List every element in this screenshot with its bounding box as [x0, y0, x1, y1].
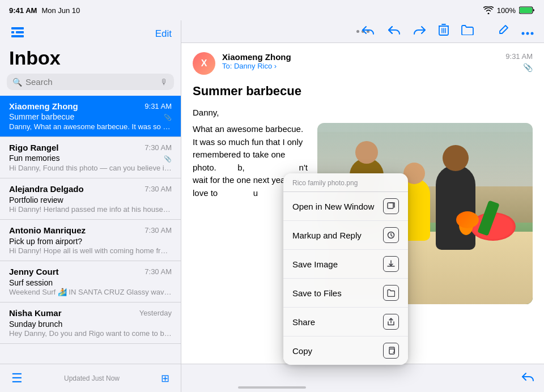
search-icon: 🔍 — [12, 78, 22, 87]
email-preview-5: Weekend Surf 🏄 IN SANTA CRUZ Glassy wave… — [9, 288, 172, 296]
email-subject-1: Summer barbecue — [9, 112, 74, 121]
dot1 — [356, 30, 359, 33]
email-preview-1: Danny, What an awesome barbecue. It was … — [9, 122, 172, 131]
wifi-icon — [483, 6, 494, 14]
status-icons: 100% — [483, 6, 535, 15]
context-filename: Rico family photo.png — [283, 173, 408, 192]
share-icon — [383, 314, 399, 330]
email-preview-6: Hey Danny, Do you and Rigo want to come … — [9, 329, 172, 338]
reply-button[interactable] — [360, 23, 375, 40]
svg-point-8 — [526, 32, 529, 35]
email-to: To: Danny Rico › — [222, 62, 499, 70]
trash-button[interactable] — [437, 23, 450, 40]
email-time-5: 7:30 AM — [144, 267, 172, 276]
folder-button[interactable] — [460, 24, 475, 39]
email-sender-1: Xiaomeng Zhong — [9, 101, 78, 111]
email-time-2: 7:30 AM — [144, 143, 172, 152]
panel-topbar — [181, 20, 544, 43]
svg-rect-10 — [388, 203, 393, 208]
context-item-label-5: Share — [292, 317, 315, 327]
email-attachment-flag: 📎 — [523, 63, 533, 72]
compose-button[interactable] — [496, 23, 510, 40]
email-sender-5: Jenny Court — [9, 267, 59, 276]
battery-percentage: 100% — [497, 6, 516, 15]
svg-rect-2 — [11, 27, 24, 29]
email-item-5[interactable]: Jenny Court 7:30 AM Surf session Weekend… — [0, 261, 181, 302]
email-greeting: Danny, — [193, 108, 533, 117]
email-sender-2: Rigo Rangel — [9, 143, 59, 152]
email-item-3[interactable]: Alejandra Delgado 7:30 AM Portfolio revi… — [0, 178, 181, 220]
email-item-6[interactable]: Nisha Kumar Yesterday Sunday brunch Hey … — [0, 302, 181, 344]
context-markup-reply[interactable]: Markup and Reply — [283, 221, 408, 250]
email-subject-3: Portfolio review — [9, 195, 63, 204]
email-list: Xiaomeng Zhong 9:31 AM Summer barbecue 📎… — [0, 96, 181, 364]
sidebar-toggle-button[interactable] — [9, 25, 26, 42]
sidebar: Edit Inbox 🔍 🎙 Xiaomeng Zhong 9:31 AM Su… — [0, 20, 181, 392]
svg-rect-4 — [11, 31, 14, 33]
pepper — [456, 211, 479, 228]
sidebar-footer: ☰ Updated Just Now ⊞ — [0, 364, 181, 392]
email-meta-right: 9:31 AM 📎 — [505, 52, 533, 72]
more-button[interactable] — [520, 24, 535, 39]
home-indicator — [238, 386, 306, 389]
email-preview-3: Hi Danny! Herland passed me info at his … — [9, 205, 172, 214]
email-sender-6: Nisha Kumar — [9, 308, 62, 318]
context-copy[interactable]: Copy — [283, 336, 408, 365]
sender-avatar: X — [193, 52, 215, 75]
context-menu: Rico family photo.png Open in New Window… — [283, 173, 408, 365]
email-sender-4: Antonio Manriquez — [9, 225, 86, 235]
email-subject-4: Pick up from airport? — [9, 237, 82, 246]
context-item-label-1: Open in New Window — [292, 202, 374, 211]
save-to-files-icon — [383, 285, 399, 301]
search-bar[interactable]: 🔍 🎙 — [7, 74, 174, 90]
edit-button[interactable]: Edit — [155, 28, 172, 40]
email-time-6: Yesterday — [139, 309, 172, 317]
status-date: Mon Jun 10 — [41, 6, 80, 15]
context-open-new-window[interactable]: Open in New Window — [283, 192, 408, 221]
mic-icon: 🎙 — [160, 78, 168, 87]
svg-rect-5 — [11, 35, 24, 37]
reply-bottom-button[interactable] — [520, 370, 535, 386]
battery-icon — [519, 6, 535, 14]
open-new-window-icon — [383, 198, 399, 214]
email-item-1[interactable]: Xiaomeng Zhong 9:31 AM Summer barbecue 📎… — [0, 96, 181, 137]
email-time-4: 7:30 AM — [144, 226, 172, 235]
status-time: 9:41 AM — [9, 6, 37, 15]
email-to-name: Danny Rico — [234, 62, 272, 70]
attachment-icon-1: 📎 — [164, 114, 172, 121]
email-subject-2: Fun memories — [9, 154, 60, 163]
status-bar: 9:41 AM Mon Jun 10 100% — [0, 0, 544, 20]
email-received-time: 9:31 AM — [505, 52, 533, 61]
email-subject-6: Sunday brunch — [9, 319, 62, 329]
context-item-label-2: Markup and Reply — [292, 231, 362, 240]
email-item-4[interactable]: Antonio Manriquez 7:30 AM Pick up from a… — [0, 220, 181, 261]
copy-icon — [383, 343, 399, 359]
email-item-2[interactable]: Rigo Rangel 7:30 AM Fun memories 📎 Hi Da… — [0, 137, 181, 178]
app-container: Edit Inbox 🔍 🎙 Xiaomeng Zhong 9:31 AM Su… — [0, 20, 544, 392]
sidebar-header: Edit — [0, 20, 181, 46]
email-time-1: 9:31 AM — [144, 102, 172, 110]
context-save-to-files[interactable]: Save to Files — [283, 279, 408, 308]
reply-all-button[interactable] — [385, 23, 402, 40]
filter-button[interactable]: ☰ — [9, 369, 25, 388]
context-share[interactable]: Share — [283, 308, 408, 336]
svg-rect-1 — [520, 7, 532, 13]
context-item-label-3: Save Image — [292, 259, 338, 269]
forward-button[interactable] — [413, 23, 427, 40]
svg-point-7 — [522, 32, 525, 35]
email-preview-2: Hi Danny, Found this photo — can you bel… — [9, 164, 172, 172]
save-image-icon — [383, 256, 399, 272]
email-sender-3: Alejandra Delgado — [9, 184, 84, 194]
search-input[interactable] — [26, 77, 157, 87]
email-meta-info: Xiaomeng Zhong To: Danny Rico › — [222, 52, 499, 70]
email-from-name: Xiaomeng Zhong — [222, 52, 499, 62]
panel-bottom-toolbar — [181, 364, 544, 392]
email-panel: X Xiaomeng Zhong To: Danny Rico › 9:31 A… — [181, 20, 544, 392]
email-subject-display: Summer barbecue — [193, 84, 533, 99]
inbox-title: Inbox — [0, 46, 181, 74]
compose-icon-sidebar[interactable]: ⊞ — [159, 370, 172, 387]
email-preview-4: Hi Danny! Hope all is well with coming h… — [9, 246, 172, 255]
updated-text: Updated Just Now — [25, 374, 159, 382]
attachment-icon-2: 📎 — [164, 155, 172, 163]
context-save-image[interactable]: Save Image — [283, 250, 408, 279]
